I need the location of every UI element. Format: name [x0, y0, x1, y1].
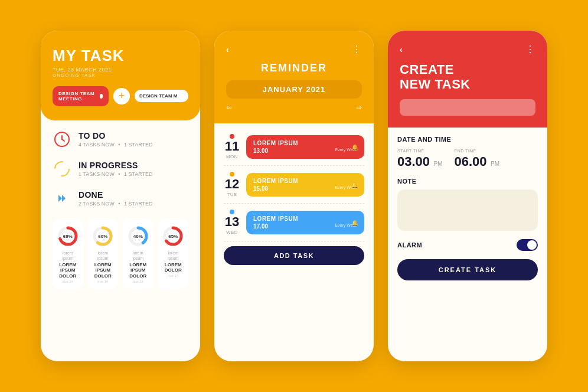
ongoing-label: ONGOING TASK — [53, 73, 188, 78]
prog-name-3: LOREM IPSUM DOLOR — [128, 262, 149, 279]
todo-section: TO DO 4 TASKS NOW • 1 STARTED — [53, 130, 188, 149]
rem-time-row-2: 17.00 Every Week — [253, 223, 357, 230]
time-row: START TIME 03.00 PM END TIME 06.00 PM — [397, 149, 538, 169]
more-options-icon[interactable]: ⋮ — [352, 44, 362, 55]
reminder-block-2[interactable]: LOREM IPSUM 🔔 17.00 Every Week — [246, 211, 364, 234]
svg-point-3 — [55, 162, 69, 176]
prog-sub-1: due 14 — [63, 280, 73, 283]
white-card: DESIGN TEAM M — [135, 90, 188, 102]
create-task-button[interactable]: CREATE TASK — [397, 259, 538, 280]
rem-time-row-1: 15.00 Every Week — [253, 185, 357, 192]
add-card-button[interactable]: + — [113, 88, 130, 104]
task-date: TUE, 23 MARCH 2021 — [53, 67, 188, 73]
rem-time-row-0: 13.00 Every Week — [253, 148, 357, 154]
day-dot-2 — [230, 210, 234, 214]
screen3-header: ‹ ⋮ CREATE NEW TASK — [388, 31, 547, 128]
screen2-header: ‹ ⋮ REMINDER JANUARY 2021 ⇐ ⇒ — [214, 31, 374, 123]
screen1-phone: MY TASK TUE, 23 MARCH 2021 ONGOING TASK … — [41, 31, 200, 361]
done-meta: 2 TASKS NOW • 1 STARTED — [79, 201, 153, 207]
prev-arrow-icon[interactable]: ‹ — [226, 45, 229, 54]
note-textarea[interactable] — [397, 190, 538, 231]
prog-card-4[interactable]: 65% lorem ipsum LOREM DOLOR due 14 — [158, 218, 189, 289]
left-arrow-icon[interactable]: ⇐ — [226, 103, 232, 112]
task-cards-row: DESIGN TEAM MEETING + DESIGN TEAM M — [53, 86, 188, 106]
rem-time-2: 17.00 — [253, 223, 268, 230]
reminder-row-2: 13 WED LOREM IPSUM 🔔 17.00 Every Week — [224, 204, 364, 241]
card-label: DESIGN TEAM MEETING — [58, 91, 100, 102]
end-ampm: PM — [491, 161, 499, 167]
prog-card-1[interactable]: 69% lorem ipsum LOREM IPSUM DOLOR due 14 — [53, 218, 83, 289]
screen2-phone: ‹ ⋮ REMINDER JANUARY 2021 ⇐ ⇒ 11 MON LOR… — [214, 31, 374, 361]
prog-label-4: lorem ipsum — [163, 250, 184, 261]
todo-info: TO DO 4 TASKS NOW • 1 STARTED — [79, 131, 153, 148]
todo-icon — [53, 130, 71, 149]
donut-3: 40% — [126, 224, 150, 248]
back-arrow-icon[interactable]: ‹ — [400, 45, 403, 54]
day-dot-1 — [230, 172, 234, 177]
rem-time-0: 13.00 — [253, 148, 268, 154]
prog-name-2: LOREM IPSUM DOLOR — [93, 262, 114, 279]
day-name-0: MON — [226, 154, 238, 159]
start-time-block: START TIME 03.00 PM — [397, 149, 443, 169]
prog-sub-3: due 14 — [133, 280, 143, 283]
svg-marker-4 — [58, 195, 62, 202]
design-team-card[interactable]: DESIGN TEAM MEETING — [53, 86, 109, 106]
day-num-0: 11 — [224, 140, 240, 153]
reminder-block-1[interactable]: LOREM IPSUM 🔔 15.00 Every Week — [246, 173, 364, 197]
progress-cards: 69% lorem ipsum LOREM IPSUM DOLOR due 14… — [53, 218, 188, 289]
right-arrow-icon[interactable]: ⇒ — [356, 103, 362, 112]
inprogress-name: IN PROGRESS — [79, 161, 153, 170]
bell-icon-0: 🔔 — [351, 143, 358, 150]
screen3-nav: ‹ ⋮ — [400, 44, 535, 55]
task-title-input[interactable] — [400, 99, 535, 116]
day-col-2: 13 WED — [224, 210, 240, 235]
bell-icon-1: 🔔 — [351, 181, 358, 188]
more-options-icon-3[interactable]: ⋮ — [525, 44, 535, 55]
prog-sub-4: due 14 — [168, 274, 178, 277]
day-name-2: WED — [226, 230, 238, 235]
done-section: DONE 2 TASKS NOW • 1 STARTED — [53, 189, 188, 208]
reminder-row-1: 12 TUE LOREM IPSUM 🔔 15.00 Every Week — [224, 166, 364, 204]
inprogress-info: IN PROGRESS 1 TASKS NOW • 1 STARTED — [79, 161, 153, 177]
note-label: NOTE — [397, 178, 538, 185]
alarm-toggle[interactable] — [517, 239, 538, 251]
prog-label-1: lorem ipsum — [57, 250, 79, 261]
day-num-1: 12 — [224, 178, 240, 191]
donut-2: 60% — [91, 224, 115, 248]
prog-card-2[interactable]: 60% lorem ipsum LOREM IPSUM DOLOR due 14 — [88, 218, 119, 289]
svg-line-2 — [62, 139, 64, 141]
add-task-button[interactable]: ADD TASK — [224, 246, 364, 265]
month-bar[interactable]: JANUARY 2021 — [226, 80, 362, 99]
screen3-body: DATE AND TIME START TIME 03.00 PM END TI… — [388, 128, 547, 361]
alarm-label: ALARM — [397, 241, 422, 249]
screen2-body: 11 MON LOREM IPSUM 🔔 13.00 Every Week 12… — [214, 123, 374, 361]
inprogress-meta: 1 TASKS NOW • 1 STARTED — [79, 171, 153, 177]
create-title: CREATE NEW TASK — [400, 62, 535, 92]
todo-meta: 4 TASKS NOW • 1 STARTED — [79, 142, 153, 148]
bell-icon-2: 🔔 — [351, 219, 358, 226]
start-ampm: PM — [434, 161, 443, 167]
done-info: DONE 2 TASKS NOW • 1 STARTED — [79, 190, 153, 207]
todo-name: TO DO — [79, 131, 153, 141]
rem-title-1: LOREM IPSUM — [253, 178, 357, 184]
end-time-block: END TIME 06.00 PM — [455, 149, 500, 169]
prog-card-3[interactable]: 40% lorem ipsum LOREM IPSUM DOLOR due 14 — [123, 218, 153, 289]
reminder-row-0: 11 MON LOREM IPSUM 🔔 13.00 Every Week — [224, 128, 364, 166]
prog-name-4: LOREM DOLOR — [163, 262, 184, 273]
reminder-block-0[interactable]: LOREM IPSUM 🔔 13.00 Every Week — [246, 135, 364, 159]
prog-name-1: LOREM IPSUM DOLOR — [57, 262, 79, 279]
rem-title-0: LOREM IPSUM — [253, 140, 357, 146]
inprogress-icon — [53, 159, 71, 178]
screen2-nav: ‹ ⋮ — [226, 44, 362, 55]
month-nav-arrows: ⇐ ⇒ — [226, 103, 362, 112]
datetime-label: DATE AND TIME — [397, 136, 538, 143]
day-col-0: 11 MON — [224, 134, 240, 159]
card-dot — [100, 94, 103, 99]
prog-sub-2: due 14 — [97, 280, 108, 283]
donut-4: 65% — [161, 224, 185, 248]
day-name-1: TUE — [227, 192, 237, 197]
rem-time-1: 15.00 — [253, 185, 268, 192]
day-col-1: 12 TUE — [224, 172, 240, 197]
rem-title-2: LOREM IPSUM — [253, 215, 357, 222]
day-dot-0 — [230, 134, 234, 139]
